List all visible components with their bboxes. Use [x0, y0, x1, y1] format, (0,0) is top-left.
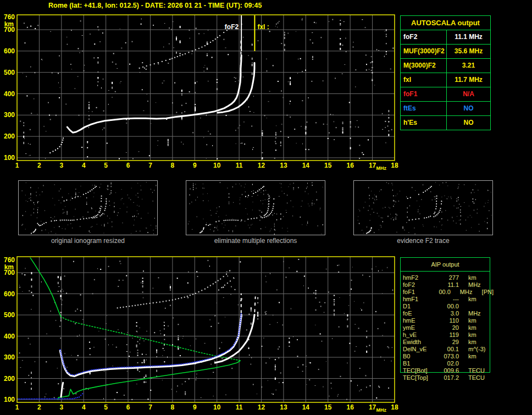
aip-note	[491, 360, 494, 367]
x-tick-label: 13	[280, 162, 287, 169]
y-tick-label: 100	[4, 154, 15, 162]
autoscala-row-ftEs: ftEsNO	[401, 102, 490, 116]
aip-table-title: AIP output	[400, 257, 490, 272]
x-tick-label: 5	[104, 403, 108, 411]
autoscala-row-fxI: fxI11.7 MHz	[401, 73, 490, 87]
x-tick-label: 9	[193, 162, 197, 169]
aip-note	[491, 346, 494, 353]
thumbnail-eliminate-reflections-image	[186, 181, 325, 235]
aip-note	[491, 296, 494, 303]
aip-note	[491, 324, 494, 331]
aip-note	[491, 353, 494, 360]
thumb-series-second-hop	[407, 186, 432, 198]
autoscala-output-screen: Rome (lat: +41.8, lon: 012.5) - DATE: 20…	[0, 0, 532, 415]
autoscala-table-rows: foF211.1 MHzMUF(3000)F235.6 MHzM(3000)F2…	[401, 30, 490, 130]
x-tick-label: 8	[171, 403, 175, 411]
y-tick-label: 300	[4, 111, 15, 119]
aip-value: 02.0	[436, 360, 459, 367]
x-tick-label: 14	[302, 162, 310, 169]
aip-label: hmF2	[400, 274, 436, 281]
autoscala-row-M3000F2: M(3000)F23.21	[401, 59, 490, 73]
top-ionogram-chart: foF2fxI :1234567891011121314151617181002…	[0, 11, 398, 174]
autoscala-row-label: fxI	[401, 73, 447, 87]
aip-label: TEC[Bot]	[400, 367, 436, 374]
x-tick-label: 5	[104, 162, 108, 169]
x-tick-label: 2	[37, 162, 41, 169]
series-x-asymptote-dashes	[254, 297, 255, 312]
x-tick-label: 16	[346, 162, 354, 169]
aip-value: 20	[436, 324, 459, 331]
thumbnail-original-ionogram	[18, 180, 158, 235]
aip-label: hmF1	[400, 296, 436, 303]
series-second-hop	[139, 30, 228, 69]
aip-row-hvE: h_vE119km	[400, 331, 494, 339]
thumb-series-F2-extraordinary	[434, 201, 442, 217]
aip-label: DelN_vE	[400, 346, 436, 353]
aip-unit	[459, 360, 491, 367]
autoscala-row-label: ftEs	[401, 102, 447, 115]
y-axis-unit-label: km	[4, 263, 14, 271]
thumbnail-caption-original: original ionogram resized	[18, 237, 158, 245]
page-title: Rome (lat: +41.8, lon: 012.5) - DATE: 20…	[48, 2, 262, 9]
autoscala-row-value: NO	[447, 102, 490, 115]
thumbnail-evidence-f2	[353, 180, 493, 235]
x-tick-label: 13	[280, 403, 287, 411]
aip-label: D1	[400, 303, 436, 310]
aip-label: foF2	[400, 281, 436, 289]
aip-unit: km	[459, 296, 491, 303]
x-tick-label: 7	[148, 162, 152, 169]
aip-note	[491, 339, 494, 346]
aip-value: 29	[436, 339, 459, 346]
aip-value: 073.0	[436, 353, 459, 360]
y-tick-label: 500	[4, 311, 15, 319]
aip-note: [PN]	[480, 289, 494, 296]
aip-unit: km	[459, 339, 491, 346]
aip-label: hmE	[400, 317, 436, 324]
aip-row-foF2: foF211.1MHz	[400, 281, 494, 289]
x-tick-label: 9	[193, 403, 197, 411]
aip-label: TEC[Top]	[400, 374, 436, 381]
thumbnail-evidence-f2-image	[354, 181, 492, 235]
autoscala-row-MUF3000F2: MUF(3000)F235.6 MHz	[401, 45, 490, 59]
aip-value: ---	[436, 296, 459, 303]
aip-row-DelNvE: DelN_vE00.1m^(-3)	[400, 346, 494, 353]
aip-unit: MHz	[459, 281, 491, 289]
y-tick-label: 760	[4, 13, 15, 21]
autoscala-row-value: 11.7 MHz	[447, 73, 490, 87]
aip-value: 017.2	[436, 374, 459, 381]
y-tick-label: 200	[4, 132, 15, 140]
x-tick-label: 14	[302, 403, 310, 411]
aip-value: 11.1	[436, 281, 459, 289]
aip-table-rows: hmF2277kmfoF211.1MHzfoF100.0MHz[PN]hmF1-…	[400, 274, 494, 381]
autoscala-row-label: h'Es	[401, 116, 447, 130]
aip-label: Ewidth	[400, 339, 436, 346]
y-tick-label: 600	[4, 47, 15, 55]
aip-value: 00.0	[436, 303, 459, 310]
aip-unit: km	[459, 317, 491, 324]
aip-value: 119	[436, 331, 459, 339]
autoscala-row-label: MUF(3000)F2	[401, 45, 447, 58]
thumbnail-caption-eliminate: eliminate multiple reflections	[186, 237, 325, 245]
autoscala-row-value: N/A	[447, 87, 490, 101]
autoscala-table: AUTOSCALA output foF211.1 MHzMUF(3000)F2…	[400, 15, 491, 130]
aip-unit: TECU	[459, 367, 491, 374]
autoscala-table-title: AUTOSCALA output	[401, 16, 490, 30]
aip-row-TECTop: TEC[Top]017.2TECU	[400, 374, 494, 381]
x-tick-label: 15	[324, 403, 332, 411]
x-axis-unit-label: MHz	[376, 165, 387, 171]
aip-value: 00.1	[436, 346, 459, 353]
x-tick-label: 3	[59, 162, 63, 169]
aip-value: 009.6	[436, 367, 459, 374]
x-tick-label: 16	[346, 403, 354, 411]
thumbnail-original-ionogram-image	[19, 181, 157, 235]
aip-row-hmF2: hmF2277km	[400, 274, 494, 281]
x-tick-label: 18	[391, 162, 398, 169]
aip-unit: km	[459, 353, 491, 360]
autoscala-row-foF1: foF1N/A	[401, 87, 490, 102]
aip-label: ymE	[400, 324, 436, 331]
aip-label: h_vE	[400, 331, 436, 339]
aip-value: 277	[436, 274, 459, 281]
x-tick-label: 17	[369, 403, 376, 411]
y-tick-label: 600	[4, 290, 15, 298]
aip-unit: m^(-3)	[459, 346, 491, 353]
